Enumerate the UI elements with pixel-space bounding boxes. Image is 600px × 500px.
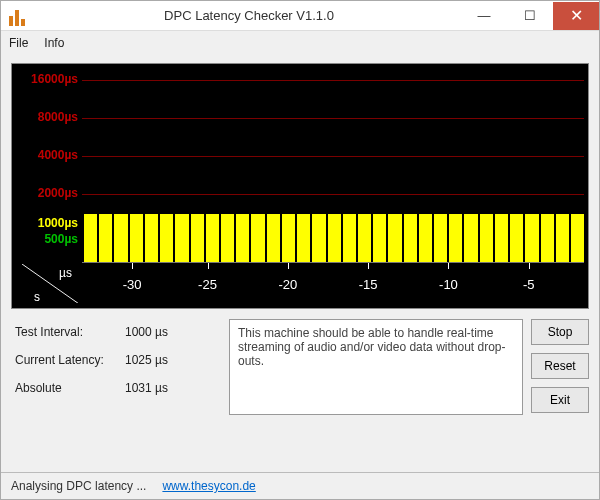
latency-bar [554,214,569,262]
latency-bar [386,214,401,262]
titlebar: DPC Latency Checker V1.1.0 — ☐ ✕ [1,1,599,31]
status-text: Analysing DPC latency ... [11,479,146,493]
latency-bar [371,214,386,262]
latency-bar [569,214,584,262]
info-panel: Test Interval:1000 µs Current Latency:10… [11,319,589,415]
latency-bar [128,214,143,262]
latency-bar [341,214,356,262]
test-interval-value: 1000 µs [125,325,168,339]
exit-button[interactable]: Exit [531,387,589,413]
window-title: DPC Latency Checker V1.1.0 [37,8,461,23]
y-tick-label: 8000µs [12,110,78,124]
latency-bar [432,214,447,262]
latency-bar [158,214,173,262]
latency-chart: 16000µs8000µs4000µs2000µs1000µs500µs µs … [11,63,589,309]
x-axis: µs s -30-25-20-15-10-5 [12,262,584,308]
latency-bar [112,214,127,262]
action-buttons: Stop Reset Exit [531,319,589,415]
reset-button[interactable]: Reset [531,353,589,379]
y-axis-labels: 16000µs8000µs4000µs2000µs1000µs500µs [12,64,82,264]
chart-bars [82,62,584,262]
latency-bar [173,214,188,262]
current-latency-value: 1025 µs [125,353,168,367]
x-tick-label: -25 [198,277,217,292]
latency-bar [478,214,493,262]
app-icon [9,6,29,26]
latency-bar [265,214,280,262]
latency-bar [204,214,219,262]
latency-bar [280,214,295,262]
close-button[interactable]: ✕ [553,2,599,30]
latency-bar [508,214,523,262]
window-controls: — ☐ ✕ [461,2,599,30]
current-latency-label: Current Latency: [15,353,125,367]
y-tick-label: 500µs [12,232,78,246]
stop-button[interactable]: Stop [531,319,589,345]
latency-bar [462,214,477,262]
y-tick-label: 1000µs [12,216,78,230]
latency-bar [493,214,508,262]
latency-bar [82,214,97,262]
readings: Test Interval:1000 µs Current Latency:10… [11,319,221,415]
y-tick-label: 2000µs [12,186,78,200]
latency-bar [249,214,264,262]
latency-bar [523,214,538,262]
latency-bar [189,214,204,262]
latency-bar [539,214,554,262]
y-tick-label: 16000µs [12,72,78,86]
statusbar: Analysing DPC latency ... www.thesycon.d… [1,472,599,499]
axis-unit-s: s [34,290,40,304]
menu-info[interactable]: Info [44,36,64,50]
x-tick-label: -5 [523,277,535,292]
absolute-value: 1031 µs [125,381,168,395]
x-axis-ticks: -30-25-20-15-10-5 [82,262,584,308]
menu-file[interactable]: File [9,36,28,50]
app-window: DPC Latency Checker V1.1.0 — ☐ ✕ File In… [0,0,600,500]
latency-bar [143,214,158,262]
x-tick-label: -15 [359,277,378,292]
latency-bar [326,214,341,262]
latency-bar [234,214,249,262]
axis-unit-us: µs [59,266,72,280]
menubar: File Info [1,31,599,55]
absolute-label: Absolute [15,381,125,395]
axis-corner: µs s [12,262,82,308]
x-tick-label: -10 [439,277,458,292]
vendor-link[interactable]: www.thesycon.de [162,479,255,493]
latency-bar [356,214,371,262]
latency-bar [219,214,234,262]
latency-bar [310,214,325,262]
latency-bar [417,214,432,262]
latency-bar [295,214,310,262]
maximize-button[interactable]: ☐ [507,2,553,30]
latency-bar [447,214,462,262]
minimize-button[interactable]: — [461,2,507,30]
test-interval-label: Test Interval: [15,325,125,339]
latency-bar [402,214,417,262]
status-message: This machine should be able to handle re… [229,319,523,415]
y-tick-label: 4000µs [12,148,78,162]
latency-bar [97,214,112,262]
x-tick-label: -20 [278,277,297,292]
x-tick-label: -30 [123,277,142,292]
